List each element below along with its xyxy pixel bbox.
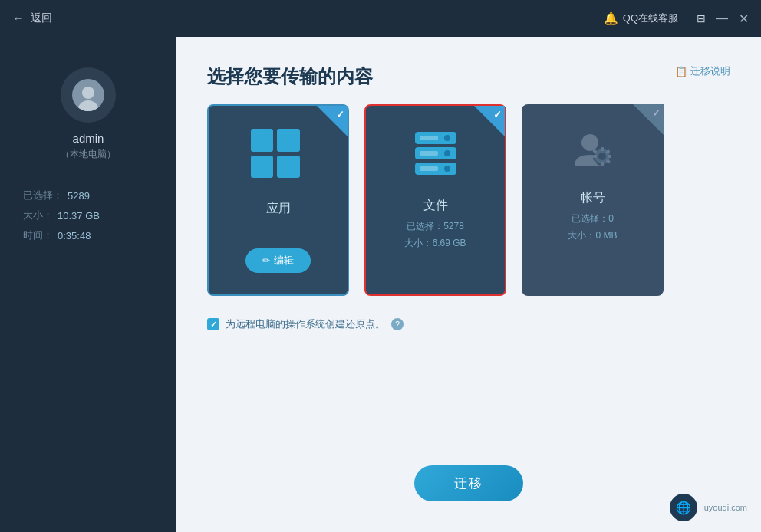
migrate-button[interactable]: 迁移 <box>414 465 523 501</box>
bell-icon: 🔔 <box>604 11 618 25</box>
qq-service-button[interactable]: 🔔 QQ在线客服 <box>604 11 678 25</box>
grid-cell-1 <box>251 129 274 152</box>
svg-rect-14 <box>601 162 604 166</box>
apps-check: ✓ <box>320 106 348 133</box>
back-button[interactable]: ← 返回 <box>12 11 52 25</box>
user-sub: （本地电脑） <box>61 148 116 161</box>
files-size: 6.69 GB <box>432 238 466 248</box>
stat-selected-value: 5289 <box>68 190 90 202</box>
stat-size-value: 10.37 GB <box>58 210 100 222</box>
files-label: 文件 <box>423 198 448 214</box>
svg-point-5 <box>444 166 450 172</box>
close-button[interactable]: ✕ <box>738 13 749 24</box>
svg-point-12 <box>598 153 606 160</box>
migration-note-label: 迁移说明 <box>690 64 730 78</box>
stat-selected-label: 已选择： <box>23 189 63 202</box>
avatar <box>61 67 116 123</box>
accounts-count: 0 <box>608 213 614 224</box>
back-label: 返回 <box>31 11 52 25</box>
files-count-label: 已选择： <box>407 221 443 232</box>
svg-rect-8 <box>420 166 438 171</box>
page-title: 选择您要传输的内容 <box>207 64 730 89</box>
file-icon <box>409 129 463 181</box>
accounts-checkmark: ✓ <box>652 107 661 119</box>
watermark: 🌐 luyouqi.com <box>670 494 747 521</box>
stat-size-label: 大小： <box>23 209 53 222</box>
files-check: ✓ <box>477 106 505 133</box>
restore-point-checkbox[interactable] <box>207 318 219 330</box>
stat-time: 时间： 0:35:48 <box>23 228 153 242</box>
stat-time-value: 0:35:48 <box>58 230 91 241</box>
watermark-text: luyouqi.com <box>702 503 747 512</box>
main-content: 选择您要传输的内容 📋 迁移说明 ✓ 应用 ✏ 编辑 <box>176 37 761 532</box>
migrate-label: 迁移 <box>454 476 483 491</box>
user-name: admin <box>73 132 104 145</box>
account-icon <box>570 127 616 173</box>
accounts-size-label: 大小： <box>568 230 595 241</box>
accounts-label: 帐号 <box>581 190 605 206</box>
edit-button[interactable]: ✏ 编辑 <box>245 248 311 273</box>
apps-checkmark: ✓ <box>336 109 344 120</box>
svg-rect-6 <box>420 136 438 140</box>
settings-icon[interactable]: ⊟ <box>697 12 706 25</box>
watermark-icon: 🌐 <box>670 494 697 521</box>
files-size-label: 大小： <box>404 238 432 248</box>
note-icon: 📋 <box>675 66 687 77</box>
files-detail: 已选择：5278 大小：6.69 GB <box>404 218 466 251</box>
window-controls: ⊟ — ✕ <box>697 12 749 25</box>
files-card[interactable]: ✓ 文件 已选择：5278 大小：6.69 <box>364 104 506 296</box>
svg-rect-15 <box>608 155 611 158</box>
edit-label: 编辑 <box>274 254 294 268</box>
windows-icon <box>251 129 306 184</box>
svg-point-3 <box>444 135 450 141</box>
cards-container: ✓ 应用 ✏ 编辑 ✓ <box>207 104 730 296</box>
qq-service-label: QQ在线客服 <box>623 11 678 25</box>
migration-note-button[interactable]: 📋 迁移说明 <box>675 64 730 78</box>
apps-label: 应用 <box>266 201 291 217</box>
grid-cell-2 <box>277 129 300 152</box>
grid-cell-3 <box>251 156 274 179</box>
accounts-count-label: 已选择： <box>572 213 608 224</box>
apps-card[interactable]: ✓ 应用 ✏ 编辑 <box>207 104 349 296</box>
svg-rect-7 <box>420 151 438 156</box>
files-checkmark: ✓ <box>493 109 502 120</box>
files-count: 5278 <box>443 221 464 232</box>
accounts-check: ✓ <box>636 104 664 132</box>
stat-selected: 已选择： 5289 <box>23 189 153 202</box>
accounts-card[interactable]: ✓ <box>522 104 664 296</box>
sidebar-stats: 已选择： 5289 大小： 10.37 GB 时间： 0:35:48 <box>0 189 176 248</box>
sidebar: admin （本地电脑） 已选择： 5289 大小： 10.37 GB 时间： … <box>0 37 176 532</box>
svg-rect-13 <box>601 147 604 151</box>
svg-point-4 <box>444 150 450 156</box>
avatar-icon <box>72 79 104 111</box>
stat-time-label: 时间： <box>23 228 53 242</box>
help-icon[interactable]: ? <box>391 318 404 330</box>
restore-point-label: 为远程电脑的操作系统创建还原点。 <box>226 317 385 331</box>
accounts-size: 0 MB <box>595 230 617 241</box>
svg-rect-16 <box>593 155 597 158</box>
stat-size: 大小： 10.37 GB <box>23 209 153 222</box>
grid-cell-4 <box>277 156 300 179</box>
accounts-detail: 已选择：0 大小：0 MB <box>568 211 617 244</box>
svg-point-9 <box>581 134 598 151</box>
minimize-button[interactable]: — <box>717 13 727 24</box>
title-bar: ← 返回 🔔 QQ在线客服 ⊟ — ✕ <box>0 0 761 37</box>
back-arrow-icon: ← <box>12 11 25 25</box>
restore-point-row: 为远程电脑的操作系统创建还原点。 ? <box>207 317 730 331</box>
edit-icon: ✏ <box>262 255 270 266</box>
title-bar-right: 🔔 QQ在线客服 ⊟ — ✕ <box>604 11 749 25</box>
